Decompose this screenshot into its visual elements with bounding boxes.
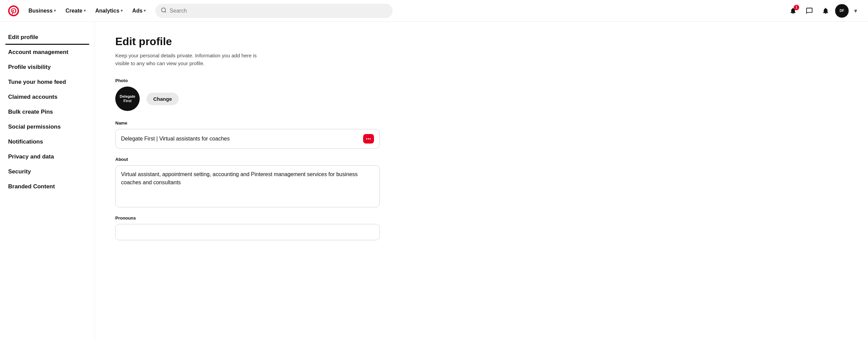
expand-button[interactable]: ▾: [851, 4, 860, 17]
page-description: Keep your personal details private. Info…: [115, 52, 380, 67]
alerts-button[interactable]: [819, 4, 832, 18]
sidebar-item-tune-home-feed[interactable]: Tune your home feed: [5, 75, 89, 90]
search-container: [155, 4, 393, 18]
sidebar-item-edit-profile[interactable]: Edit profile: [5, 30, 89, 45]
main-content: Edit profile Keep your personal details …: [95, 22, 400, 339]
sidebar-item-privacy-and-data[interactable]: Privacy and data: [5, 149, 89, 164]
top-navigation: Business ▾ Create ▾ Analytics ▾ Ads ▾: [0, 0, 868, 22]
pronouns-section: Pronouns: [115, 215, 380, 240]
about-textarea-wrap: [115, 165, 380, 207]
svg-line-2: [165, 11, 166, 12]
search-input[interactable]: [170, 8, 387, 14]
sidebar: Edit profile Account management Profile …: [0, 22, 95, 339]
change-photo-button[interactable]: Change: [146, 93, 179, 105]
search-icon: [161, 7, 167, 15]
sidebar-item-bulk-create-pins[interactable]: Bulk create Pins: [5, 105, 89, 119]
about-section: About: [115, 157, 380, 207]
create-menu[interactable]: Create ▾: [61, 5, 90, 17]
name-label: Name: [115, 120, 380, 126]
business-menu[interactable]: Business ▾: [24, 5, 60, 17]
user-avatar[interactable]: DF: [835, 4, 849, 18]
topnav-menu: Business ▾ Create ▾ Analytics ▾ Ads ▾: [24, 5, 150, 17]
about-label: About: [115, 157, 380, 162]
photo-section: Photo Delegate First Change: [115, 78, 380, 111]
sidebar-item-security[interactable]: Security: [5, 164, 89, 179]
pinterest-logo[interactable]: [8, 5, 19, 16]
name-input-wrap: •••: [115, 129, 380, 149]
photo-row: Delegate First Change: [115, 87, 380, 111]
name-input[interactable]: [121, 136, 360, 142]
notifications-button[interactable]: 1: [786, 4, 800, 18]
name-section: Name •••: [115, 120, 380, 149]
analytics-menu[interactable]: Analytics ▾: [91, 5, 127, 17]
business-chevron: ▾: [54, 8, 56, 13]
pronouns-label: Pronouns: [115, 215, 380, 221]
messages-button[interactable]: [803, 4, 816, 18]
topnav-actions: 1 DF ▾: [786, 4, 860, 18]
sidebar-item-branded-content[interactable]: Branded Content: [5, 179, 89, 194]
profile-avatar: Delegate First: [115, 87, 140, 111]
ads-menu[interactable]: Ads ▾: [128, 5, 150, 17]
sidebar-item-social-permissions[interactable]: Social permissions: [5, 119, 89, 134]
sidebar-item-account-management[interactable]: Account management: [5, 45, 89, 60]
sidebar-item-notifications[interactable]: Notifications: [5, 134, 89, 149]
about-textarea[interactable]: [121, 170, 374, 201]
page-title: Edit profile: [115, 35, 380, 48]
sidebar-item-profile-visibility[interactable]: Profile visibility: [5, 60, 89, 75]
pronouns-input-wrap: [115, 224, 380, 240]
photo-label: Photo: [115, 78, 380, 83]
pronouns-input[interactable]: [121, 229, 374, 235]
notification-badge: 1: [794, 5, 799, 10]
sidebar-item-claimed-accounts[interactable]: Claimed accounts: [5, 90, 89, 105]
svg-point-1: [162, 8, 166, 12]
name-more-button[interactable]: •••: [363, 134, 374, 144]
page-layout: Edit profile Account management Profile …: [0, 22, 868, 339]
analytics-chevron: ▾: [121, 8, 123, 13]
create-chevron: ▾: [84, 8, 86, 13]
ads-chevron: ▾: [144, 8, 146, 13]
